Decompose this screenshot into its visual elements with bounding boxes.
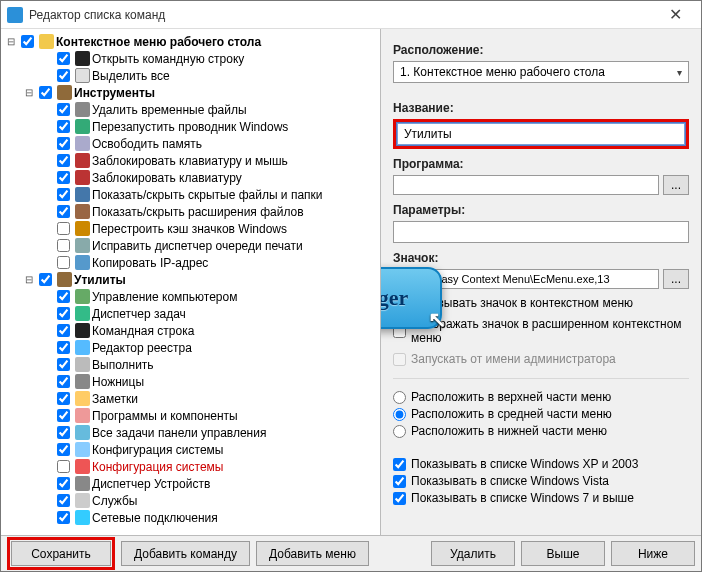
tree-row[interactable]: Заметки (3, 390, 378, 407)
tree-checkbox[interactable] (57, 443, 70, 456)
tree-checkbox[interactable] (57, 188, 70, 201)
tree-checkbox[interactable] (57, 205, 70, 218)
tree-row[interactable]: Перезапустить проводник Windows (3, 118, 378, 135)
tree-checkbox[interactable] (57, 69, 70, 82)
bottom-toolbar: Сохранить Добавить команду Добавить меню… (1, 535, 701, 571)
expander-icon[interactable]: ⊟ (5, 36, 17, 47)
tree-row[interactable]: Показать/скрыть расширения файлов (3, 203, 378, 220)
program-input[interactable] (393, 175, 659, 195)
name-input[interactable] (397, 123, 685, 145)
tree-row[interactable]: Исправить диспетчер очереди печати (3, 237, 378, 254)
tree-checkbox[interactable] (57, 290, 70, 303)
tree-item-label: Ножницы (92, 375, 144, 389)
tree-checkbox[interactable] (57, 358, 70, 371)
tree-row[interactable]: ⊟Утилиты (3, 271, 378, 288)
tree-row[interactable]: Выполнить (3, 356, 378, 373)
tree-row[interactable]: Конфигурация системы (3, 441, 378, 458)
tree-item-label: Перестроить кэш значков Windows (92, 222, 287, 236)
chevron-down-icon: ▾ (677, 67, 682, 78)
tree-row[interactable]: Перестроить кэш значков Windows (3, 220, 378, 237)
move-down-button[interactable]: Ниже (611, 541, 695, 566)
position-bottom-radio[interactable] (393, 425, 406, 438)
tree-row[interactable]: Копировать IP-адрес (3, 254, 378, 271)
program-browse-button[interactable]: ... (663, 175, 689, 195)
tree-item-label: Командная строка (92, 324, 194, 338)
show-win7-checkbox[interactable] (393, 492, 406, 505)
tree-item-icon (74, 408, 90, 424)
tree-item-icon (74, 204, 90, 220)
tree-checkbox[interactable] (57, 494, 70, 507)
tree-checkbox[interactable] (39, 86, 52, 99)
tree-item-icon (74, 221, 90, 237)
tree-row[interactable]: Редактор реестра (3, 339, 378, 356)
tree-item-icon (38, 34, 54, 50)
tree-row[interactable]: Сетевые подключения (3, 509, 378, 526)
show-vista-checkbox[interactable] (393, 475, 406, 488)
run-admin-checkbox (393, 353, 406, 366)
add-command-button[interactable]: Добавить команду (121, 541, 250, 566)
tree-row[interactable]: Конфигурация системы (3, 458, 378, 475)
tree-row[interactable]: Все задачи панели управления (3, 424, 378, 441)
tree-row[interactable]: Ножницы (3, 373, 378, 390)
tree-row[interactable]: Программы и компоненты (3, 407, 378, 424)
tree-checkbox[interactable] (57, 103, 70, 116)
params-input[interactable] (393, 221, 689, 243)
tree-item-icon (56, 272, 72, 288)
tree-row[interactable]: Диспетчер Устройств (3, 475, 378, 492)
tree-item-icon (74, 374, 90, 390)
tree-checkbox[interactable] (57, 256, 70, 269)
tree-row[interactable]: ⊟Контекстное меню рабочего стола (3, 33, 378, 50)
location-select[interactable]: 1. Контекстное меню рабочего стола ▾ (393, 61, 689, 83)
tree-item-icon (74, 187, 90, 203)
tree-row[interactable]: ⊟Инструменты (3, 84, 378, 101)
tree-row[interactable]: Выделить все (3, 67, 378, 84)
tree-checkbox[interactable] (57, 120, 70, 133)
tree-checkbox[interactable] (57, 307, 70, 320)
show-xp-checkbox[interactable] (393, 458, 406, 471)
tree-checkbox[interactable] (57, 222, 70, 235)
tree-panel[interactable]: ⊟Контекстное меню рабочего столаОткрыть … (1, 29, 381, 535)
delete-button[interactable]: Удалить (431, 541, 515, 566)
tree-checkbox[interactable] (57, 392, 70, 405)
tree-checkbox[interactable] (57, 239, 70, 252)
tree-item-label: Все задачи панели управления (92, 426, 266, 440)
tree-checkbox[interactable] (57, 426, 70, 439)
tree-checkbox[interactable] (57, 375, 70, 388)
close-button[interactable]: ✕ (655, 2, 695, 28)
tree-checkbox[interactable] (57, 341, 70, 354)
tree-checkbox[interactable] (57, 154, 70, 167)
save-button[interactable]: Сохранить (11, 541, 111, 566)
location-label: Расположение: (393, 43, 689, 57)
tree-row[interactable]: Открыть командную строку (3, 50, 378, 67)
tree-checkbox[interactable] (57, 409, 70, 422)
expander-icon[interactable]: ⊟ (23, 274, 35, 285)
tree-row[interactable]: Заблокировать клавиатуру и мышь (3, 152, 378, 169)
name-highlight (393, 119, 689, 149)
tree-row[interactable]: Службы (3, 492, 378, 509)
tree-checkbox[interactable] (21, 35, 34, 48)
tree-checkbox[interactable] (57, 477, 70, 490)
tree-checkbox[interactable] (57, 52, 70, 65)
move-up-button[interactable]: Выше (521, 541, 605, 566)
tree-checkbox[interactable] (57, 324, 70, 337)
tree-item-icon (74, 459, 90, 475)
tree-row[interactable]: Показать/скрыть скрытые файлы и папки (3, 186, 378, 203)
tree-row[interactable]: Удалить временные файлы (3, 101, 378, 118)
position-top-radio[interactable] (393, 391, 406, 404)
tree-row[interactable]: Командная строка (3, 322, 378, 339)
tree-row[interactable]: Диспетчер задач (3, 305, 378, 322)
tree-row[interactable]: Освободить память (3, 135, 378, 152)
position-middle-radio[interactable] (393, 408, 406, 421)
expander-icon[interactable]: ⊟ (23, 87, 35, 98)
add-menu-button[interactable]: Добавить меню (256, 541, 369, 566)
tree-row[interactable]: Заблокировать клавиатуру (3, 169, 378, 186)
tree-checkbox[interactable] (57, 171, 70, 184)
tree-checkbox[interactable] (57, 511, 70, 524)
tree-row[interactable]: Управление компьютером (3, 288, 378, 305)
tree-item-icon (74, 442, 90, 458)
position-top-label: Расположить в верхней части меню (411, 390, 611, 404)
tree-checkbox[interactable] (57, 137, 70, 150)
tree-checkbox[interactable] (57, 460, 70, 473)
tree-checkbox[interactable] (39, 273, 52, 286)
icon-browse-button[interactable]: ... (663, 269, 689, 289)
